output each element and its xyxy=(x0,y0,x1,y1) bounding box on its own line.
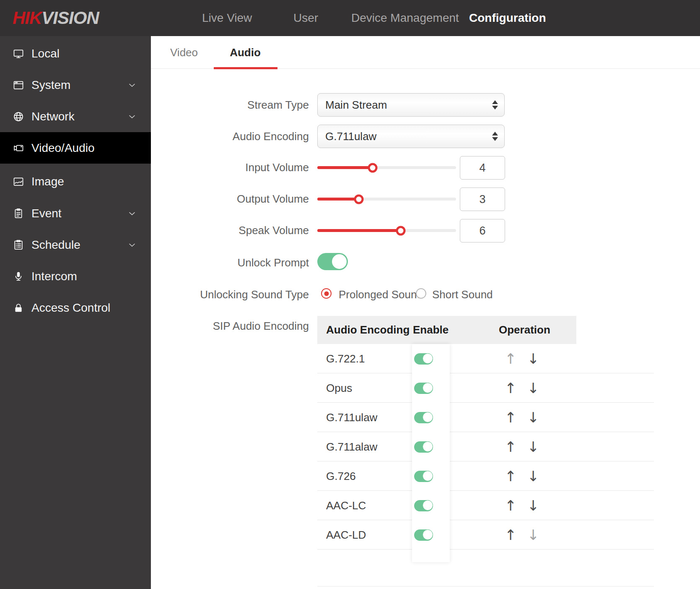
move-up-button[interactable]: ↑ xyxy=(501,432,520,461)
toggle-knob xyxy=(423,529,433,540)
speak-volume-slider[interactable] xyxy=(317,229,456,232)
sip-audio-encoding-label: SIP Audio Encoding xyxy=(158,320,309,333)
main-content: Video Audio Stream Type Main Stream Audi… xyxy=(151,36,700,589)
enable-toggle[interactable] xyxy=(414,441,433,453)
sidebar-item-video-audio[interactable]: Video/Audio xyxy=(0,132,151,164)
lock-icon xyxy=(13,302,24,314)
move-down-button[interactable]: ↓ xyxy=(524,373,543,403)
audio-encoding-select[interactable]: G.711ulaw xyxy=(317,125,505,148)
nav-configuration[interactable]: Configuration xyxy=(469,0,546,36)
col-operation: Operation xyxy=(499,316,550,344)
sidebar-item-access-control[interactable]: Access Control xyxy=(0,292,151,323)
codec-label: AAC-LC xyxy=(326,491,366,520)
input-volume-slider[interactable] xyxy=(317,166,456,169)
move-up-button[interactable]: ↑ xyxy=(501,461,520,491)
slider-fill xyxy=(317,229,401,232)
sidebar-item-network[interactable]: Network xyxy=(0,101,151,132)
nav-user[interactable]: User xyxy=(293,0,318,36)
col-audio-encoding: Audio Encoding xyxy=(326,316,410,344)
toggle-knob xyxy=(423,412,433,422)
table-row: G.711ulaw ↑ ↓ xyxy=(317,403,654,432)
video-camera-icon xyxy=(13,142,24,154)
codec-label: AAC-LD xyxy=(326,520,366,550)
sidebar-item-label: Image xyxy=(31,166,64,197)
unlock-prompt-label: Unlock Prompt xyxy=(158,256,309,269)
speak-volume-field[interactable]: 6 xyxy=(460,219,505,242)
chevron-down-icon xyxy=(127,208,137,219)
output-volume-slider[interactable] xyxy=(317,198,456,201)
col-enable: Enable xyxy=(413,316,449,344)
enable-toggle[interactable] xyxy=(414,529,433,541)
app-window: HIKVISION Live View User Device Manageme… xyxy=(0,0,700,589)
codec-label: Opus xyxy=(326,373,352,403)
stream-type-select[interactable]: Main Stream xyxy=(317,93,505,117)
short-sound-radio[interactable] xyxy=(416,288,426,299)
toggle-knob xyxy=(423,500,433,511)
enable-toggle[interactable] xyxy=(414,471,433,482)
sidebar-item-image[interactable]: Image xyxy=(0,166,151,197)
codec-label: G.722.1 xyxy=(326,344,365,373)
toggle-knob xyxy=(423,353,433,364)
slider-knob[interactable] xyxy=(396,226,405,235)
microphone-icon xyxy=(13,271,24,282)
tab-video[interactable]: Video xyxy=(170,36,195,69)
sidebar: Local System Network Video/Audio xyxy=(0,36,151,589)
enable-toggle[interactable] xyxy=(414,500,433,511)
sidebar-item-label: Event xyxy=(31,198,62,229)
speak-volume-label: Speak Volume xyxy=(158,224,309,237)
codec-label: G.711ulaw xyxy=(326,403,377,432)
move-up-button[interactable]: ↑ xyxy=(501,344,520,373)
enable-toggle[interactable] xyxy=(414,383,433,394)
select-stepper-icon xyxy=(492,132,498,141)
move-down-button[interactable]: ↓ xyxy=(524,461,543,491)
image-icon xyxy=(13,176,24,188)
move-down-button[interactable]: ↓ xyxy=(524,432,543,461)
prolonged-sound-radio[interactable] xyxy=(321,288,332,299)
sidebar-item-event[interactable]: Event xyxy=(0,198,151,229)
sip-table-header: Audio Encoding Enable Operation xyxy=(317,316,576,344)
toggle-knob xyxy=(331,253,347,270)
toggle-knob xyxy=(423,441,433,452)
sidebar-item-system[interactable]: System xyxy=(0,69,151,101)
nav-live-view[interactable]: Live View xyxy=(202,0,252,36)
move-up-button[interactable]: ↑ xyxy=(501,520,520,550)
stream-type-label: Stream Type xyxy=(158,99,309,112)
sidebar-item-label: Network xyxy=(31,101,75,132)
hikvision-logo: HIKVISION xyxy=(13,0,99,36)
prolonged-sound-label[interactable]: Prolonged Sound xyxy=(339,288,423,301)
move-up-button[interactable]: ↑ xyxy=(501,403,520,432)
move-up-button[interactable]: ↑ xyxy=(501,491,520,520)
move-down-button[interactable]: ↓ xyxy=(524,520,543,550)
globe-icon xyxy=(13,111,24,122)
table-row: G.722.1 ↑ ↓ xyxy=(317,344,654,373)
toggle-knob xyxy=(423,383,433,393)
sidebar-item-intercom[interactable]: Intercom xyxy=(0,261,151,292)
sidebar-item-local[interactable]: Local xyxy=(0,38,151,69)
move-up-button[interactable]: ↑ xyxy=(501,373,520,403)
chevron-down-icon xyxy=(127,80,137,90)
output-volume-field[interactable]: 3 xyxy=(460,188,505,211)
sidebar-item-schedule[interactable]: Schedule xyxy=(0,229,151,261)
enable-toggle[interactable] xyxy=(414,412,433,423)
table-row: G.711alaw ↑ ↓ xyxy=(317,432,654,461)
slider-fill xyxy=(317,166,373,169)
logo-red-part: HIK xyxy=(13,8,41,28)
sidebar-item-label: Schedule xyxy=(31,229,80,261)
table-bottom-divider xyxy=(317,586,654,586)
move-down-button[interactable]: ↓ xyxy=(524,491,543,520)
input-volume-field[interactable]: 4 xyxy=(460,156,505,180)
short-sound-label[interactable]: Short Sound xyxy=(432,288,493,301)
unlock-prompt-toggle[interactable] xyxy=(317,253,348,270)
audio-encoding-value: G.711ulaw xyxy=(325,125,376,148)
clipboard-list-icon xyxy=(13,239,24,251)
enable-toggle[interactable] xyxy=(414,353,433,365)
toggle-knob xyxy=(423,471,433,481)
move-down-button[interactable]: ↓ xyxy=(524,403,543,432)
slider-knob[interactable] xyxy=(354,194,364,204)
slider-knob[interactable] xyxy=(368,163,378,172)
tab-audio[interactable]: Audio xyxy=(228,36,262,69)
active-tab-underline xyxy=(214,67,277,69)
nav-device-management[interactable]: Device Management xyxy=(351,0,459,36)
sidebar-item-label: System xyxy=(31,69,70,101)
move-down-button[interactable]: ↓ xyxy=(524,344,543,373)
